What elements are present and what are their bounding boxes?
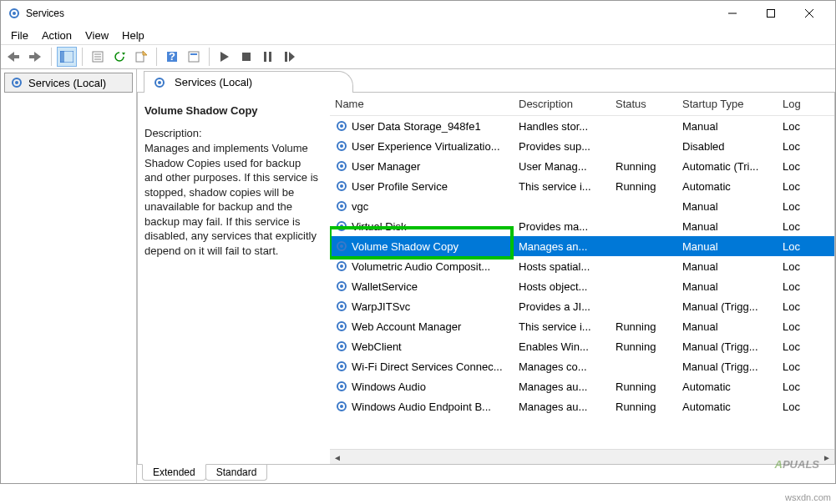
menu-action[interactable]: Action: [37, 28, 77, 43]
cell-description: Manages au...: [514, 376, 611, 396]
service-row[interactable]: User Profile ServiceThis service i...Run…: [330, 176, 834, 196]
service-row[interactable]: Virtual DiskProvides ma...ManualLoc: [330, 216, 834, 236]
cell-description: Manages an...: [514, 236, 611, 256]
menu-file[interactable]: File: [6, 28, 33, 43]
cell-status: [611, 296, 677, 316]
tab-standard[interactable]: Standard: [205, 465, 268, 481]
service-row[interactable]: vgcManualLoc: [330, 196, 834, 216]
cell-name: User Experience Virtualizatio...: [330, 136, 514, 156]
column-header-description[interactable]: Description: [514, 93, 611, 115]
refresh-button[interactable]: [109, 47, 129, 67]
listview-body[interactable]: User Data Storage_948fe1Handles stor...M…: [330, 116, 834, 449]
horizontal-scrollbar[interactable]: ◄ ►: [330, 449, 834, 464]
service-row[interactable]: Web Account ManagerThis service i...Runn…: [330, 316, 834, 336]
service-row[interactable]: Wi-Fi Direct Services Connec...Manages c…: [330, 356, 834, 376]
gear-icon: [335, 360, 348, 373]
cell-startup: Manual (Trigg...: [677, 356, 778, 376]
cell-startup: Automatic: [677, 376, 778, 396]
services-window: Services File Action View Help ?: [0, 0, 836, 484]
column-header-logon[interactable]: Log: [778, 93, 834, 115]
toolbar-separator: [82, 48, 83, 66]
service-row[interactable]: Windows AudioManages au...RunningAutomat…: [330, 376, 834, 396]
cell-name: User Manager: [330, 156, 514, 176]
svg-marker-28: [289, 52, 295, 62]
service-row[interactable]: User Experience Virtualizatio...Provides…: [330, 136, 834, 156]
service-row[interactable]: WebClientEnables Win...RunningManual (Tr…: [330, 336, 834, 356]
tab-extended[interactable]: Extended: [142, 464, 206, 481]
minimize-button[interactable]: [713, 1, 752, 26]
forward-button[interactable]: [26, 47, 46, 67]
service-row[interactable]: WalletServiceHosts object...ManualLoc: [330, 276, 834, 296]
cell-logon: Loc: [778, 176, 834, 196]
tree-item-label: Services (Local): [28, 77, 106, 89]
help-button[interactable]: ?: [162, 47, 182, 67]
restart-service-button[interactable]: [280, 47, 300, 67]
cell-name: User Data Storage_948fe1: [330, 116, 514, 136]
menu-view[interactable]: View: [80, 28, 114, 43]
menu-help[interactable]: Help: [117, 28, 149, 43]
service-row[interactable]: WarpJITSvcProvides a JI...Manual (Trigg.…: [330, 296, 834, 316]
show-hide-tree-button[interactable]: [57, 47, 77, 67]
cell-startup: Manual: [677, 316, 778, 336]
cell-description: Provides sup...: [514, 136, 611, 156]
cell-name: WebClient: [330, 336, 514, 356]
cell-name: Volumetric Audio Composit...: [330, 256, 514, 276]
svg-marker-6: [8, 52, 14, 62]
service-row[interactable]: User Data Storage_948fe1Handles stor...M…: [330, 116, 834, 136]
close-button[interactable]: [790, 1, 828, 26]
cell-status: Running: [611, 376, 677, 396]
cell-startup: Disabled: [677, 136, 778, 156]
service-row[interactable]: User ManagerUser Manag...RunningAutomati…: [330, 156, 834, 176]
stop-service-button[interactable]: [236, 47, 256, 67]
svg-point-44: [340, 224, 343, 228]
cell-startup: Manual: [677, 236, 778, 256]
svg-rect-3: [768, 10, 775, 18]
back-button[interactable]: [4, 47, 24, 67]
gear-icon: [153, 76, 166, 89]
cell-description: This service i...: [514, 176, 611, 196]
tree-item-services-local[interactable]: Services (Local): [4, 73, 133, 93]
svg-rect-22: [190, 53, 197, 55]
content-tab-header: Services (Local): [137, 69, 835, 93]
svg-point-62: [340, 405, 343, 408]
cell-logon: Loc: [778, 156, 834, 176]
selected-service-title: Volume Shadow Copy: [144, 104, 322, 117]
cell-logon: Loc: [778, 316, 834, 336]
service-row[interactable]: Volume Shadow CopyManages an...ManualLoc: [330, 236, 834, 256]
main-area: Services (Local) Services (Local) Volume…: [1, 69, 835, 483]
maximize-button[interactable]: [752, 1, 790, 26]
cell-name: Windows Audio: [330, 376, 514, 396]
content-tab[interactable]: Services (Local): [144, 71, 353, 93]
action-button[interactable]: [184, 47, 204, 67]
column-header-startup[interactable]: Startup Type: [677, 93, 778, 115]
start-service-button[interactable]: [215, 47, 235, 67]
toolbar-separator: [51, 48, 52, 66]
column-header-status[interactable]: Status: [611, 93, 677, 115]
cell-logon: Loc: [778, 276, 834, 296]
menubar: File Action View Help: [1, 26, 835, 44]
gear-icon: [335, 219, 348, 233]
cell-name: WarpJITSvc: [330, 296, 514, 316]
cell-status: Running: [611, 336, 677, 356]
cell-logon: Loc: [778, 136, 834, 156]
export-list-button[interactable]: [131, 47, 151, 67]
app-icon: [8, 7, 21, 20]
service-row[interactable]: Volumetric Audio Composit...Hosts spatia…: [330, 256, 834, 276]
pause-service-button[interactable]: [258, 47, 278, 67]
cell-logon: Loc: [778, 396, 834, 416]
properties-button[interactable]: [88, 47, 108, 67]
cell-status: Running: [611, 176, 677, 196]
scrollbar-right-arrow[interactable]: ►: [819, 450, 834, 464]
cell-description: User Manag...: [514, 156, 611, 176]
cell-startup: Automatic (Tri...: [677, 156, 778, 176]
service-row[interactable]: Windows Audio Endpoint B...Manages au...…: [330, 396, 834, 416]
gear-icon: [335, 139, 348, 153]
column-header-name[interactable]: Name: [330, 93, 514, 115]
cell-description: Provides ma...: [514, 216, 611, 236]
scrollbar-left-arrow[interactable]: ◄: [330, 450, 345, 464]
svg-point-36: [340, 144, 343, 148]
svg-point-30: [15, 81, 18, 84]
cell-description: Enables Win...: [514, 336, 611, 356]
cell-description: Hosts object...: [514, 276, 611, 296]
window-title: Services: [26, 8, 713, 19]
